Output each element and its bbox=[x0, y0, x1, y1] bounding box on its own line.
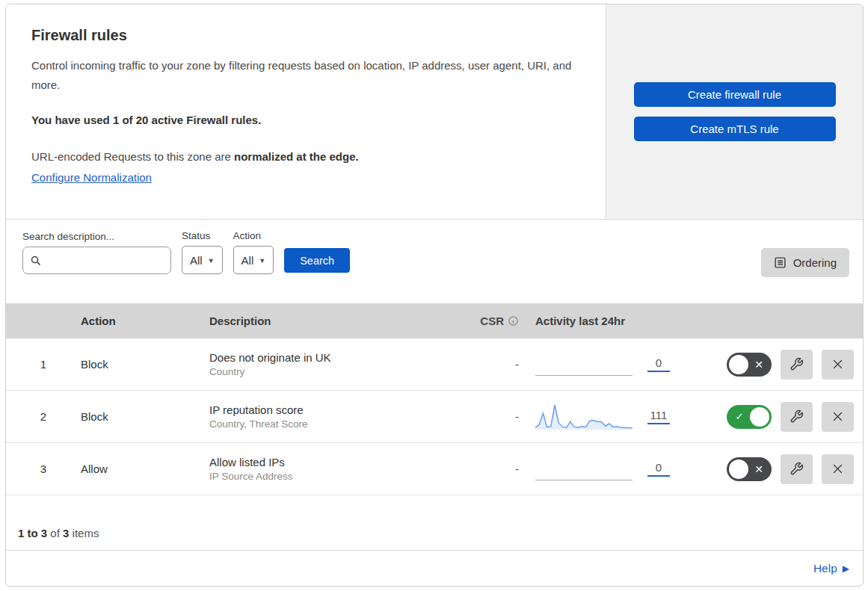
search-group: Search description... bbox=[22, 231, 171, 274]
rule-description-cell: Allow listed IPs IP Source Address bbox=[209, 456, 474, 482]
rule-description: IP reputation score bbox=[209, 403, 474, 416]
create-firewall-rule-button[interactable]: Create firewall rule bbox=[634, 82, 836, 107]
header-action: Action bbox=[81, 315, 209, 327]
activity-count-link[interactable]: 111 bbox=[647, 409, 670, 424]
search-input[interactable] bbox=[46, 255, 164, 267]
rule-controls: ✓✕ bbox=[713, 402, 863, 432]
ordering-button-label: Ordering bbox=[793, 256, 837, 269]
rule-enable-toggle[interactable]: ✓✕ bbox=[727, 405, 772, 429]
header-text-panel: Firewall rules Control incoming traffic … bbox=[6, 4, 606, 219]
status-dropdown[interactable]: All ▼ bbox=[182, 246, 223, 274]
delete-rule-button[interactable] bbox=[822, 350, 854, 380]
filter-bar-right: Ordering bbox=[761, 230, 849, 277]
configure-normalization-link[interactable]: Configure Normalization bbox=[31, 171, 152, 184]
activity-count-link[interactable]: 0 bbox=[647, 356, 670, 372]
items-count-suffix: items bbox=[69, 527, 99, 539]
rule-csr: - bbox=[474, 462, 519, 475]
wrench-icon bbox=[789, 409, 804, 424]
items-count-range: 1 to 3 bbox=[18, 527, 47, 539]
rule-action: Block bbox=[81, 410, 209, 423]
filter-controls: Search description... Status All ▼ bbox=[22, 230, 350, 274]
toggle-knob bbox=[729, 355, 748, 374]
edit-rule-button[interactable] bbox=[781, 402, 813, 432]
items-count-of: of bbox=[47, 527, 63, 539]
close-icon bbox=[831, 410, 844, 423]
ordering-icon bbox=[774, 256, 787, 269]
wrench-icon bbox=[789, 357, 804, 371]
delete-rule-button[interactable] bbox=[822, 454, 854, 484]
delete-rule-button[interactable] bbox=[822, 402, 854, 432]
table-row: 2 Block IP reputation score Country, Thr… bbox=[6, 391, 863, 443]
rule-activity-cell: 0 bbox=[519, 350, 713, 379]
page-title: Firewall rules bbox=[31, 27, 576, 44]
arrow-right-icon: ▶ bbox=[843, 563, 849, 574]
help-bar: Help ▶ bbox=[6, 550, 863, 586]
header-csr: CSR bbox=[474, 315, 519, 327]
ordering-button[interactable]: Ordering bbox=[761, 248, 849, 277]
rule-activity-cell: 111 bbox=[519, 403, 713, 431]
normalization-prefix: URL-encoded Requests to this zone are bbox=[31, 150, 234, 163]
header-section: Firewall rules Control incoming traffic … bbox=[6, 4, 863, 220]
search-icon bbox=[30, 255, 41, 266]
activity-count-link[interactable]: 0 bbox=[647, 461, 670, 477]
firewall-rules-card: Firewall rules Control incoming traffic … bbox=[5, 4, 864, 587]
toggle-knob bbox=[750, 407, 769, 427]
activity-sparkline bbox=[535, 455, 632, 483]
edit-rule-button[interactable] bbox=[781, 350, 813, 380]
normalization-bold: normalized at the edge. bbox=[234, 150, 359, 163]
rule-description: Allow listed IPs bbox=[209, 456, 474, 468]
action-dropdown[interactable]: All ▼ bbox=[233, 246, 274, 274]
rule-enable-toggle[interactable]: ✓✕ bbox=[727, 457, 772, 481]
action-filter-group: Action All ▼ bbox=[233, 230, 274, 274]
x-icon: ✕ bbox=[749, 353, 769, 377]
header-description: Description bbox=[209, 315, 474, 327]
table-row: 1 Block Does not originate in UK Country… bbox=[6, 338, 863, 391]
status-dropdown-value: All bbox=[190, 254, 203, 267]
rule-index: 1 bbox=[6, 358, 81, 371]
rule-index: 2 bbox=[6, 410, 81, 423]
rule-controls: ✓✕ bbox=[713, 454, 863, 484]
table-row: 3 Allow Allow listed IPs IP Source Addre… bbox=[6, 443, 863, 495]
rule-csr: - bbox=[474, 358, 519, 371]
edit-rule-button[interactable] bbox=[781, 454, 813, 484]
close-icon bbox=[831, 358, 844, 371]
header-activity: Activity last 24hr bbox=[519, 315, 713, 327]
rule-description-cell: IP reputation score Country, Threat Scor… bbox=[209, 403, 474, 430]
check-icon: ✓ bbox=[730, 405, 749, 429]
toggle-knob bbox=[729, 460, 748, 479]
rule-description-cell: Does not originate in UK Country bbox=[209, 351, 474, 377]
rule-activity-cell: 0 bbox=[519, 455, 713, 483]
action-dropdown-value: All bbox=[241, 254, 254, 267]
search-box bbox=[22, 247, 171, 274]
chevron-down-icon: ▼ bbox=[208, 257, 215, 264]
rule-criteria: Country bbox=[209, 366, 474, 377]
usage-summary: You have used 1 of 20 active Firewall ru… bbox=[31, 114, 576, 126]
header-csr-label: CSR bbox=[480, 315, 504, 327]
rule-enable-toggle[interactable]: ✓✕ bbox=[727, 353, 772, 377]
search-button[interactable]: Search bbox=[284, 248, 350, 273]
activity-sparkline bbox=[535, 403, 632, 431]
filter-bar: Search description... Status All ▼ bbox=[6, 220, 863, 303]
table-header-row: Action Description CSR Activity last 24h… bbox=[6, 303, 863, 338]
firewall-rules-page: Firewall rules Control incoming traffic … bbox=[0, 0, 868, 591]
normalization-note: URL-encoded Requests to this zone are no… bbox=[31, 147, 576, 167]
actions-panel: Create firewall rule Create mTLS rule bbox=[606, 4, 863, 219]
info-icon[interactable] bbox=[508, 315, 519, 327]
rule-action: Allow bbox=[81, 462, 209, 475]
create-mtls-rule-button[interactable]: Create mTLS rule bbox=[634, 117, 836, 141]
status-label: Status bbox=[182, 230, 223, 241]
x-icon: ✕ bbox=[749, 457, 769, 481]
rule-criteria: Country, Threat Score bbox=[209, 418, 474, 430]
help-link[interactable]: Help ▶ bbox=[813, 562, 849, 575]
rule-criteria: IP Source Address bbox=[209, 471, 474, 482]
search-label: Search description... bbox=[22, 231, 171, 242]
activity-sparkline bbox=[535, 350, 632, 379]
rule-description: Does not originate in UK bbox=[209, 351, 474, 364]
action-label: Action bbox=[233, 230, 274, 241]
wrench-icon bbox=[789, 462, 804, 476]
chevron-down-icon: ▼ bbox=[259, 257, 265, 264]
rule-controls: ✓✕ bbox=[713, 350, 863, 380]
page-description: Control incoming traffic to your zone by… bbox=[31, 56, 576, 96]
rule-action: Block bbox=[81, 358, 209, 371]
items-count: 1 to 3 of 3 items bbox=[6, 495, 863, 550]
